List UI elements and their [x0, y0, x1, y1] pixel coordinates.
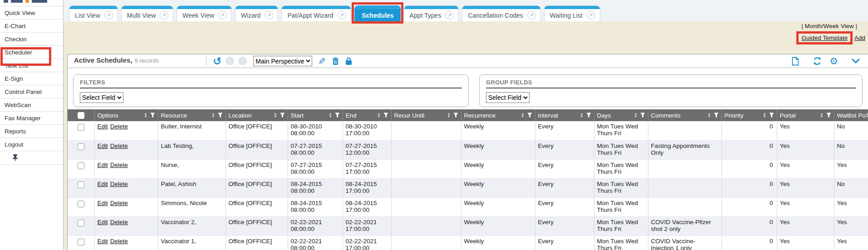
sort-arrows-icon[interactable]: ▲▼ [447, 113, 451, 118]
sort-arrows-icon[interactable]: ▲▼ [820, 113, 824, 118]
delete-link[interactable]: Delete [110, 238, 128, 245]
filters-field-select[interactable]: Select Field [80, 92, 123, 103]
column-header-comments[interactable]: Comments▲▼ [648, 109, 721, 121]
open-new-window-icon[interactable]: ↗ [104, 11, 113, 20]
sidebar-item-checkin[interactable]: Checkin [0, 33, 63, 46]
open-new-window-icon[interactable]: ↗ [338, 11, 346, 20]
edit-link[interactable]: Edit [98, 238, 108, 245]
filter-funnel-icon[interactable] [640, 113, 645, 118]
sort-arrows-icon[interactable]: ▲▼ [763, 113, 766, 118]
refresh-icon[interactable] [813, 57, 822, 65]
row-checkbox[interactable] [78, 143, 84, 150]
filter-funnel-icon[interactable] [527, 113, 532, 118]
open-new-window-icon[interactable]: ↗ [218, 11, 227, 20]
edit-pencil-icon[interactable]: ✎ [318, 56, 326, 67]
delete-link[interactable]: Delete [110, 123, 128, 130]
sort-arrows-icon[interactable]: ▲▼ [708, 113, 711, 118]
sidebar-item-e-sign[interactable]: E-Sign [0, 72, 63, 85]
lock-icon[interactable] [345, 57, 352, 65]
edit-link[interactable]: Edit [98, 142, 108, 149]
column-header-priority[interactable]: Priority▲▼ [721, 109, 777, 121]
tab-appt-types[interactable]: Appt Types↗ [404, 5, 459, 21]
row-checkbox[interactable] [78, 239, 84, 245]
row-checkbox[interactable] [78, 201, 84, 207]
sort-arrows-icon[interactable]: ▲▼ [521, 113, 525, 118]
edit-link[interactable]: Edit [98, 162, 108, 168]
tab-schedules[interactable]: Schedules [354, 5, 401, 21]
perspective-select[interactable]: Main Perspective [253, 56, 312, 66]
tab-multi-view[interactable]: Multi View↗ [121, 5, 174, 21]
add-link[interactable]: Add [854, 34, 865, 41]
row-checkbox[interactable] [78, 162, 84, 169]
filter-funnel-icon[interactable] [714, 113, 719, 118]
row-checkbox[interactable] [78, 220, 84, 226]
edit-link[interactable]: Edit [98, 200, 108, 206]
sidebar-item-scheduler[interactable]: Scheduler [0, 46, 63, 59]
filter-funnel-icon[interactable] [826, 113, 831, 118]
filter-funnel-icon[interactable] [218, 113, 223, 118]
tab-cancellation-codes[interactable]: Cancellation Codes↗ [462, 5, 540, 21]
next-icon[interactable]: › [238, 57, 247, 65]
gear-icon[interactable]: ⚙ [829, 57, 838, 65]
filter-funnel-icon[interactable] [335, 113, 340, 118]
open-new-window-icon[interactable]: ↗ [587, 11, 595, 20]
tab-wizard[interactable]: Wizard↗ [235, 5, 279, 21]
sort-arrows-icon[interactable]: ▲▼ [634, 113, 638, 118]
filter-funnel-icon[interactable] [769, 113, 774, 118]
sort-arrows-icon[interactable]: ▲▼ [274, 113, 277, 118]
column-header-end[interactable]: End▲▼ [343, 109, 391, 121]
sidebar-item-webscan[interactable]: WebScan [0, 98, 63, 112]
month-week-view-link[interactable]: | Month/Week View | [796, 23, 857, 29]
sidebar-item-e-chart[interactable]: E-Chart [0, 20, 63, 33]
delete-link[interactable]: Delete [110, 162, 128, 168]
sort-arrows-icon[interactable]: ▲▼ [580, 113, 584, 118]
sort-arrows-icon[interactable]: ▲▼ [866, 113, 868, 118]
column-header-resource[interactable]: Resource▲▼ [158, 109, 226, 121]
column-header-portal[interactable]: Portal▲▼ [777, 109, 834, 121]
delete-link[interactable]: Delete [110, 200, 128, 206]
open-new-window-icon[interactable]: ↗ [527, 11, 536, 20]
column-header-recur_until[interactable]: Recur Until▲▼ [391, 109, 461, 121]
sidebar-item-control-panel[interactable]: Control Panel [0, 85, 63, 98]
select-all-checkbox[interactable] [78, 112, 84, 119]
column-header-options[interactable]: Options▲▼ [94, 109, 158, 121]
delete-link[interactable]: Delete [110, 142, 128, 149]
filter-funnel-icon[interactable] [150, 113, 155, 118]
filter-funnel-icon[interactable] [280, 113, 285, 118]
sidebar-item-logout[interactable]: Logout [0, 138, 63, 151]
collapse-chevron-icon[interactable] [852, 59, 860, 64]
row-checkbox[interactable] [78, 124, 84, 131]
sort-arrows-icon[interactable]: ▲▼ [144, 113, 147, 118]
edit-link[interactable]: Edit [98, 123, 108, 130]
filter-funnel-icon[interactable] [383, 113, 388, 118]
trash-icon[interactable] [332, 57, 339, 65]
tab-pat-appt-wizard[interactable]: Pat/Appt Wizard↗ [281, 5, 351, 21]
filter-funnel-icon[interactable] [586, 113, 591, 118]
tab-week-view[interactable]: Week View↗ [177, 5, 232, 21]
sidebar-item-quick-view[interactable]: Quick View [0, 6, 63, 20]
sidebar-item-reports[interactable]: Reports [0, 125, 63, 138]
previous-icon[interactable]: ‹ [226, 57, 234, 65]
tab-waiting-list[interactable]: Waiting List↗ [544, 5, 600, 21]
row-checkbox[interactable] [78, 181, 84, 188]
delete-link[interactable]: Delete [110, 181, 128, 187]
open-new-window-icon[interactable]: ↗ [445, 11, 454, 20]
column-header-interval[interactable]: Interval▲▼ [535, 109, 594, 121]
group-fields-select[interactable]: Select Field [486, 92, 530, 103]
column-header-days[interactable]: Days▲▼ [594, 109, 648, 121]
open-new-window-icon[interactable]: ↗ [265, 11, 273, 20]
guided-template-link[interactable]: Guided Template [801, 34, 848, 41]
open-new-window-icon[interactable]: ↗ [160, 11, 168, 20]
column-header-start[interactable]: Start▲▼ [288, 109, 343, 121]
sidebar-item-task-list[interactable]: Task List [0, 59, 63, 72]
edit-link[interactable]: Edit [98, 181, 108, 187]
sort-arrows-icon[interactable]: ▲▼ [329, 113, 332, 118]
new-document-icon[interactable] [792, 57, 799, 66]
sort-arrows-icon[interactable]: ▲▼ [212, 113, 215, 118]
column-header-waitlist[interactable]: Waitlist Po▲▼ [834, 109, 868, 121]
delete-link[interactable]: Delete [110, 219, 128, 225]
sidebar-item-fax-manager[interactable]: Fax Manager [0, 112, 63, 125]
edit-link[interactable]: Edit [98, 219, 108, 225]
tab-list-view[interactable]: List View↗ [69, 5, 118, 21]
column-header-location[interactable]: Location▲▼ [226, 109, 288, 121]
